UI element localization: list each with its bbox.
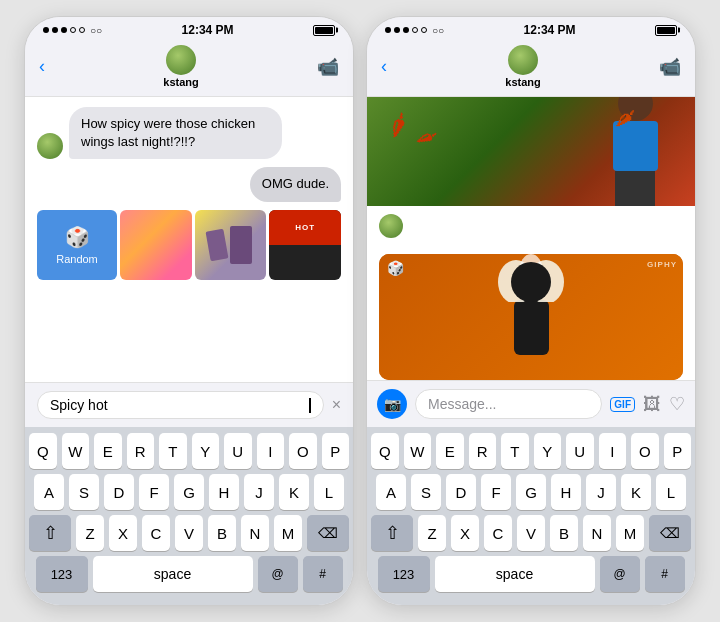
key-m[interactable]: M [274,515,302,551]
rkey-x[interactable]: X [451,515,479,551]
gif-person-figure [595,97,675,206]
gif-tile-1[interactable] [120,210,192,280]
gif-tile-3[interactable]: HOT [269,210,341,280]
key-x[interactable]: X [109,515,137,551]
dot-r4 [412,27,418,33]
avatar-left[interactable] [166,45,196,75]
rkey-p[interactable]: P [664,433,692,469]
key-u[interactable]: U [224,433,252,469]
message-received-1: How spicy were those chicken wings last … [37,107,341,159]
video-icon-left[interactable]: 📹 [317,56,339,78]
rkey-y[interactable]: Y [534,433,562,469]
rkey-s[interactable]: S [411,474,441,510]
rkey-j[interactable]: J [586,474,616,510]
rkey-b[interactable]: B [550,515,578,551]
key-delete[interactable]: ⌫ [307,515,349,551]
dot-1 [43,27,49,33]
dot-r5 [421,27,427,33]
rkey-o[interactable]: O [631,433,659,469]
rkey-c[interactable]: C [484,515,512,551]
gif-display-fire[interactable]: GIPHY 🎲 [379,254,683,380]
key-z[interactable]: Z [76,515,104,551]
time-left: 12:34 PM [182,23,234,37]
rkey-n[interactable]: N [583,515,611,551]
rkey-r[interactable]: R [469,433,497,469]
rkey-q[interactable]: Q [371,433,399,469]
key-b[interactable]: B [208,515,236,551]
search-clear-icon[interactable]: × [332,396,341,414]
rkey-z[interactable]: Z [418,515,446,551]
key-i[interactable]: I [257,433,285,469]
key-s[interactable]: S [69,474,99,510]
key-d[interactable]: D [104,474,134,510]
rkey-u[interactable]: U [566,433,594,469]
rkey-shift[interactable]: ⇧ [371,515,413,551]
back-button-left[interactable]: ‹ [39,56,45,77]
key-space[interactable]: space [93,556,253,592]
rkey-k[interactable]: K [621,474,651,510]
kb-row-4-right: 123 space @ # [371,556,691,592]
rkey-e[interactable]: E [436,433,464,469]
key-o[interactable]: O [289,433,317,469]
key-e[interactable]: E [94,433,122,469]
key-num[interactable]: 123 [36,556,88,592]
key-h[interactable]: H [209,474,239,510]
rkey-m[interactable]: M [616,515,644,551]
rkey-w[interactable]: W [404,433,432,469]
gif-button[interactable]: GIF [610,397,635,412]
key-q[interactable]: Q [29,433,57,469]
key-t[interactable]: T [159,433,187,469]
key-hash[interactable]: # [303,556,343,592]
bubble-received-1: How spicy were those chicken wings last … [69,107,282,159]
carrier-label-r: ○○ [432,25,444,36]
rkey-l[interactable]: L [656,474,686,510]
rkey-v[interactable]: V [517,515,545,551]
small-avatar-row [367,214,695,246]
key-n[interactable]: N [241,515,269,551]
key-f[interactable]: F [139,474,169,510]
key-j[interactable]: J [244,474,274,510]
rkey-g[interactable]: G [516,474,546,510]
message-input[interactable]: Message... [415,389,602,419]
rkey-d[interactable]: D [446,474,476,510]
key-g[interactable]: G [174,474,204,510]
rkey-delete[interactable]: ⌫ [649,515,691,551]
key-at[interactable]: @ [258,556,298,592]
key-l[interactable]: L [314,474,344,510]
rkey-space[interactable]: space [435,556,595,592]
key-r[interactable]: R [127,433,155,469]
video-icon-right[interactable]: 📹 [659,56,681,78]
rkey-i[interactable]: I [599,433,627,469]
time-right: 12:34 PM [524,23,576,37]
rkey-f[interactable]: F [481,474,511,510]
rkey-h[interactable]: H [551,474,581,510]
gif-display-chili[interactable]: 🌶 🌶 🌶 [367,97,695,206]
photo-icon[interactable]: 🖼 [643,394,661,415]
heart-icon[interactable]: ♡ [669,393,685,415]
key-shift[interactable]: ⇧ [29,515,71,551]
key-w[interactable]: W [62,433,90,469]
avatar-right[interactable] [508,45,538,75]
gif-random-tile[interactable]: 🎲 Random [37,210,117,280]
rkey-at[interactable]: @ [600,556,640,592]
back-button-right[interactable]: ‹ [381,56,387,77]
rkey-a[interactable]: A [376,474,406,510]
key-c[interactable]: C [142,515,170,551]
search-input-wrap[interactable]: Spicy hot [37,391,324,419]
key-p[interactable]: P [322,433,350,469]
gif-tile-2[interactable] [195,210,267,280]
key-v[interactable]: V [175,515,203,551]
key-y[interactable]: Y [192,433,220,469]
search-input[interactable]: Spicy hot [50,397,308,413]
message-sent-1: OMG dude. [37,167,341,201]
camera-button[interactable]: 📷 [377,389,407,419]
left-phone: ○○ 12:34 PM ‹ kstang 📹 How spicy were th… [24,16,354,606]
key-k[interactable]: K [279,474,309,510]
rkey-t[interactable]: T [501,433,529,469]
right-phone: ○○ 12:34 PM ‹ kstang 📹 [366,16,696,606]
message-placeholder: Message... [428,396,496,412]
key-a[interactable]: A [34,474,64,510]
nav-center-left: kstang [163,45,198,88]
rkey-hash[interactable]: # [645,556,685,592]
rkey-num[interactable]: 123 [378,556,430,592]
